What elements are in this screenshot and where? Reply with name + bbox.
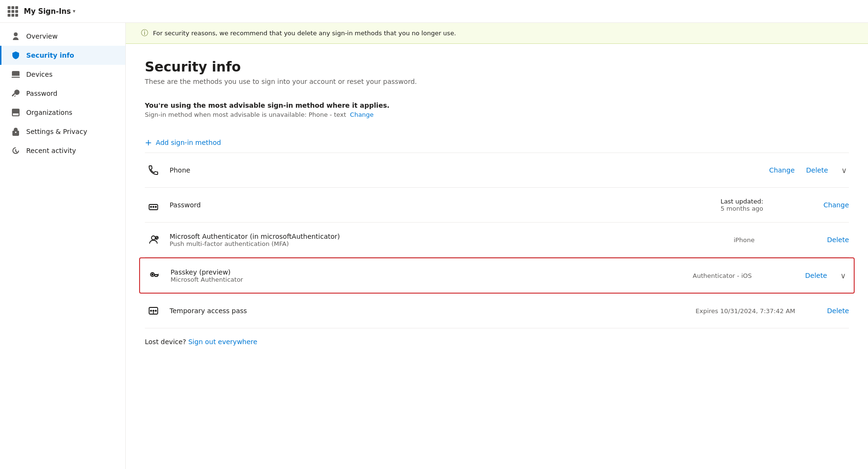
advisable-title: You're using the most advisable sign-in … (145, 102, 849, 109)
tap-method-info: Temporary access pass (170, 307, 688, 315)
page-subtitle: These are the methods you use to sign in… (145, 78, 849, 85)
waffle-icon[interactable] (8, 6, 18, 17)
phone-method-info: Phone (170, 166, 761, 174)
info-icon: ⓘ (141, 29, 148, 38)
method-row-passkey: Passkey (preview) Microsoft Authenticato… (139, 257, 855, 294)
method-row-authenticator: Microsoft Authenticator (in microsoftAut… (145, 223, 849, 257)
svg-point-3 (155, 206, 156, 207)
page-title: Security info (145, 59, 849, 75)
password-method-actions: Change (823, 201, 849, 209)
security-banner: ⓘ For security reasons, we recommend tha… (126, 23, 868, 44)
sidebar-item-overview[interactable]: Overview (0, 27, 125, 46)
method-row-tap: Temporary access pass Expires 10/31/2024… (145, 294, 849, 328)
sidebar-item-label-recent-activity: Recent activity (26, 147, 76, 154)
tap-method-icon (145, 302, 162, 319)
passkey-device: Authenticator - iOS (693, 272, 752, 279)
sidebar-item-organizations[interactable]: Organizations (0, 103, 125, 122)
sidebar: Overview Security info Devices (0, 23, 126, 469)
sidebar-item-recent-activity[interactable]: Recent activity (0, 141, 125, 160)
phone-method-icon (145, 162, 162, 179)
tap-delete-link[interactable]: Delete (827, 307, 849, 315)
add-method-button[interactable]: + Add sign-in method (145, 133, 849, 153)
svg-point-2 (153, 206, 154, 207)
authenticator-method-name: Microsoft Authenticator (in microsoftAut… (170, 233, 726, 240)
banner-text: For security reasons, we recommend that … (153, 30, 456, 37)
phone-chevron-button[interactable]: ∨ (839, 166, 849, 175)
authenticator-device: iPhone (734, 236, 755, 244)
sidebar-item-devices[interactable]: Devices (0, 65, 125, 84)
layout: Overview Security info Devices (0, 23, 868, 469)
authenticator-delete-link[interactable]: Delete (827, 236, 849, 244)
authenticator-method-icon (145, 231, 162, 248)
waffle-menu[interactable] (8, 6, 18, 17)
shield-icon (11, 51, 20, 60)
key-icon (11, 89, 20, 98)
password-method-name: Password (170, 201, 201, 209)
authenticator-method-detail: iPhone (734, 236, 819, 244)
authenticator-method-info: Microsoft Authenticator (in microsoftAut… (170, 233, 726, 247)
sidebar-item-label-settings-privacy: Settings & Privacy (26, 128, 87, 135)
passkey-chevron-button[interactable]: ∨ (838, 271, 848, 280)
lost-device-text: Lost device? (145, 338, 186, 346)
lock-icon (11, 127, 20, 136)
laptop-icon (11, 70, 20, 79)
plus-icon: + (145, 138, 152, 147)
method-row-password: Password Last updated: 5 months ago Chan… (145, 188, 849, 223)
svg-point-4 (151, 236, 155, 240)
passkey-delete-link[interactable]: Delete (805, 272, 827, 279)
content-area: Security info These are the methods you … (126, 44, 868, 469)
authenticator-method-sub: Push multi-factor authentication (MFA) (170, 240, 726, 247)
sidebar-item-password[interactable]: Password (0, 84, 125, 103)
sidebar-item-label-security-info: Security info (26, 51, 74, 59)
history-icon (11, 146, 20, 155)
svg-point-10 (153, 310, 154, 311)
sidebar-item-security-info[interactable]: Security info (0, 46, 125, 65)
passkey-method-icon (146, 267, 163, 284)
password-method-detail: Last updated: 5 months ago (720, 198, 816, 212)
authenticator-method-actions: Delete (827, 236, 849, 244)
tap-method-detail: Expires 10/31/2024, 7:37:42 AM (696, 307, 819, 315)
phone-method-name: Phone (170, 166, 190, 174)
sidebar-item-label-organizations: Organizations (26, 109, 72, 116)
person-icon (11, 31, 20, 41)
app-title-chevron: ▾ (73, 8, 76, 14)
password-detail-value: 5 months ago (720, 205, 816, 212)
phone-change-link[interactable]: Change (769, 166, 795, 174)
passkey-method-name: Passkey (preview) (171, 268, 685, 276)
sidebar-item-label-overview: Overview (26, 32, 58, 40)
password-method-icon (145, 196, 162, 214)
password-change-link[interactable]: Change (823, 201, 849, 209)
sidebar-item-label-devices: Devices (26, 71, 52, 78)
svg-point-9 (151, 310, 151, 311)
tap-expiry: Expires 10/31/2024, 7:37:42 AM (696, 307, 795, 315)
sidebar-item-label-password: Password (26, 90, 57, 97)
advisable-sub: Sign-in method when most advisable is un… (145, 111, 849, 118)
add-method-label: Add sign-in method (156, 139, 221, 146)
password-method-info: Password (170, 201, 713, 209)
inbox-icon (11, 108, 20, 117)
advisable-sub-text: Sign-in method when most advisable is un… (145, 111, 346, 118)
passkey-method-actions: Delete ∨ (805, 271, 848, 280)
phone-method-actions: Change Delete ∨ (769, 166, 849, 175)
password-detail-label: Last updated: (720, 198, 816, 205)
method-row-phone: Phone Change Delete ∨ (145, 153, 849, 188)
lost-device-section: Lost device? Sign out everywhere (145, 328, 849, 355)
svg-point-1 (151, 206, 151, 207)
passkey-method-detail: Authenticator - iOS (693, 272, 797, 279)
passkey-method-info: Passkey (preview) Microsoft Authenticato… (171, 268, 685, 283)
sign-out-everywhere-link[interactable]: Sign out everywhere (188, 338, 257, 346)
svg-point-7 (152, 274, 153, 275)
advisable-box: You're using the most advisable sign-in … (145, 95, 849, 125)
phone-delete-link[interactable]: Delete (806, 166, 828, 174)
advisable-change-link[interactable]: Change (350, 111, 374, 118)
tap-method-name: Temporary access pass (170, 307, 247, 315)
svg-point-11 (155, 310, 156, 311)
sidebar-item-settings-privacy[interactable]: Settings & Privacy (0, 122, 125, 141)
tap-method-actions: Delete (827, 307, 849, 315)
passkey-method-sub: Microsoft Authenticator (171, 276, 685, 283)
main-content: ⓘ For security reasons, we recommend tha… (126, 23, 868, 469)
app-title[interactable]: My Sign-Ins ▾ (24, 7, 75, 16)
topbar: My Sign-Ins ▾ (0, 0, 868, 23)
